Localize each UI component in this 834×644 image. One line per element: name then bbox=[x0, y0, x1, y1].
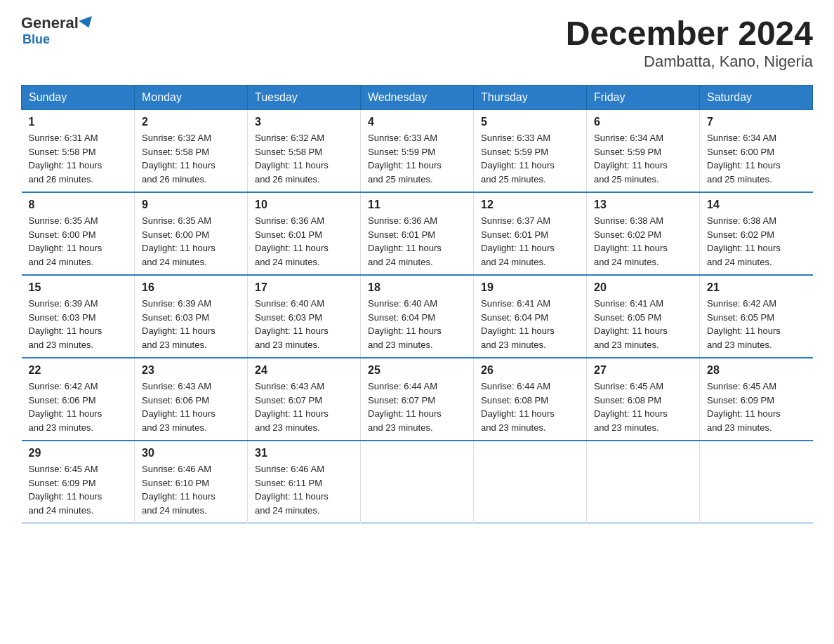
day-info: Sunrise: 6:33 AM Sunset: 5:59 PM Dayligh… bbox=[481, 131, 579, 186]
calendar-cell bbox=[361, 441, 474, 523]
calendar-cell: 23Sunrise: 6:43 AM Sunset: 6:06 PM Dayli… bbox=[135, 358, 248, 441]
day-number: 14 bbox=[707, 199, 806, 211]
calendar-cell: 12Sunrise: 6:37 AM Sunset: 6:01 PM Dayli… bbox=[474, 192, 587, 275]
day-number: 5 bbox=[481, 116, 579, 128]
day-number: 19 bbox=[481, 281, 579, 294]
calendar-cell: 5Sunrise: 6:33 AM Sunset: 5:59 PM Daylig… bbox=[474, 110, 587, 193]
header-day-wednesday: Wednesday bbox=[361, 86, 474, 110]
calendar-location: Dambatta, Kano, Nigeria bbox=[566, 53, 813, 71]
calendar-body: 1Sunrise: 6:31 AM Sunset: 5:58 PM Daylig… bbox=[22, 110, 813, 523]
day-number: 10 bbox=[255, 199, 353, 211]
day-info: Sunrise: 6:45 AM Sunset: 6:09 PM Dayligh… bbox=[29, 462, 128, 517]
day-number: 20 bbox=[594, 281, 692, 294]
day-info: Sunrise: 6:43 AM Sunset: 6:06 PM Dayligh… bbox=[142, 380, 240, 434]
header-day-saturday: Saturday bbox=[700, 86, 813, 110]
calendar-cell: 31Sunrise: 6:46 AM Sunset: 6:11 PM Dayli… bbox=[248, 441, 361, 523]
day-info: Sunrise: 6:42 AM Sunset: 6:05 PM Dayligh… bbox=[707, 297, 806, 351]
calendar-cell: 26Sunrise: 6:44 AM Sunset: 6:08 PM Dayli… bbox=[474, 358, 587, 441]
calendar-cell: 24Sunrise: 6:43 AM Sunset: 6:07 PM Dayli… bbox=[248, 358, 361, 441]
day-number: 15 bbox=[29, 281, 128, 294]
calendar-cell: 22Sunrise: 6:42 AM Sunset: 6:06 PM Dayli… bbox=[22, 358, 135, 441]
day-info: Sunrise: 6:35 AM Sunset: 6:00 PM Dayligh… bbox=[142, 214, 240, 269]
calendar-cell: 3Sunrise: 6:32 AM Sunset: 5:58 PM Daylig… bbox=[248, 110, 361, 193]
day-number: 22 bbox=[29, 364, 128, 377]
day-info: Sunrise: 6:36 AM Sunset: 6:01 PM Dayligh… bbox=[255, 214, 353, 269]
day-number: 17 bbox=[255, 281, 353, 294]
day-number: 18 bbox=[368, 281, 466, 294]
day-number: 16 bbox=[142, 281, 240, 294]
header-day-thursday: Thursday bbox=[474, 86, 587, 110]
day-number: 28 bbox=[707, 364, 806, 377]
day-number: 24 bbox=[255, 364, 353, 377]
calendar-cell: 10Sunrise: 6:36 AM Sunset: 6:01 PM Dayli… bbox=[248, 192, 361, 275]
day-number: 23 bbox=[142, 364, 240, 377]
day-info: Sunrise: 6:34 AM Sunset: 6:00 PM Dayligh… bbox=[707, 131, 806, 186]
day-number: 26 bbox=[481, 364, 579, 377]
header-day-friday: Friday bbox=[587, 86, 700, 110]
calendar-cell: 19Sunrise: 6:41 AM Sunset: 6:04 PM Dayli… bbox=[474, 275, 587, 358]
day-number: 12 bbox=[481, 199, 579, 211]
header-row: SundayMondayTuesdayWednesdayThursdayFrid… bbox=[22, 86, 813, 110]
day-number: 11 bbox=[368, 199, 466, 211]
day-number: 9 bbox=[142, 199, 240, 211]
day-number: 25 bbox=[368, 364, 466, 377]
day-info: Sunrise: 6:41 AM Sunset: 6:05 PM Dayligh… bbox=[594, 297, 692, 351]
calendar-cell: 9Sunrise: 6:35 AM Sunset: 6:00 PM Daylig… bbox=[135, 192, 248, 275]
logo-subtitle: Blue bbox=[22, 32, 50, 47]
calendar-cell: 11Sunrise: 6:36 AM Sunset: 6:01 PM Dayli… bbox=[361, 192, 474, 275]
day-number: 13 bbox=[594, 199, 692, 211]
day-info: Sunrise: 6:41 AM Sunset: 6:04 PM Dayligh… bbox=[481, 297, 579, 351]
calendar-week-4: 22Sunrise: 6:42 AM Sunset: 6:06 PM Dayli… bbox=[22, 358, 813, 441]
day-info: Sunrise: 6:35 AM Sunset: 6:00 PM Dayligh… bbox=[29, 214, 128, 269]
day-info: Sunrise: 6:39 AM Sunset: 6:03 PM Dayligh… bbox=[142, 297, 240, 351]
day-number: 29 bbox=[29, 447, 128, 459]
header-day-sunday: Sunday bbox=[22, 86, 135, 110]
calendar-cell: 21Sunrise: 6:42 AM Sunset: 6:05 PM Dayli… bbox=[700, 275, 813, 358]
calendar-cell: 6Sunrise: 6:34 AM Sunset: 5:59 PM Daylig… bbox=[587, 110, 700, 193]
day-info: Sunrise: 6:36 AM Sunset: 6:01 PM Dayligh… bbox=[368, 214, 466, 269]
day-number: 2 bbox=[142, 116, 240, 128]
day-info: Sunrise: 6:44 AM Sunset: 6:07 PM Dayligh… bbox=[368, 380, 466, 434]
calendar-cell: 27Sunrise: 6:45 AM Sunset: 6:08 PM Dayli… bbox=[587, 358, 700, 441]
calendar-cell: 29Sunrise: 6:45 AM Sunset: 6:09 PM Dayli… bbox=[22, 441, 135, 523]
calendar-cell: 20Sunrise: 6:41 AM Sunset: 6:05 PM Dayli… bbox=[587, 275, 700, 358]
page-header: General Blue December 2024 Dambatta, Kan… bbox=[21, 14, 813, 71]
calendar-week-3: 15Sunrise: 6:39 AM Sunset: 6:03 PM Dayli… bbox=[22, 275, 813, 358]
day-info: Sunrise: 6:34 AM Sunset: 5:59 PM Dayligh… bbox=[594, 131, 692, 186]
calendar-cell: 8Sunrise: 6:35 AM Sunset: 6:00 PM Daylig… bbox=[22, 192, 135, 275]
day-info: Sunrise: 6:46 AM Sunset: 6:10 PM Dayligh… bbox=[142, 462, 240, 517]
calendar-cell: 25Sunrise: 6:44 AM Sunset: 6:07 PM Dayli… bbox=[361, 358, 474, 441]
calendar-title: December 2024 bbox=[566, 14, 813, 53]
day-info: Sunrise: 6:31 AM Sunset: 5:58 PM Dayligh… bbox=[29, 131, 128, 186]
calendar-cell: 1Sunrise: 6:31 AM Sunset: 5:58 PM Daylig… bbox=[22, 110, 135, 193]
day-info: Sunrise: 6:32 AM Sunset: 5:58 PM Dayligh… bbox=[142, 131, 240, 186]
calendar-table: SundayMondayTuesdayWednesdayThursdayFrid… bbox=[21, 85, 813, 523]
calendar-header: SundayMondayTuesdayWednesdayThursdayFrid… bbox=[22, 86, 813, 110]
day-info: Sunrise: 6:32 AM Sunset: 5:58 PM Dayligh… bbox=[255, 131, 353, 186]
calendar-cell bbox=[587, 441, 700, 523]
calendar-cell: 2Sunrise: 6:32 AM Sunset: 5:58 PM Daylig… bbox=[135, 110, 248, 193]
calendar-cell: 28Sunrise: 6:45 AM Sunset: 6:09 PM Dayli… bbox=[700, 358, 813, 441]
day-number: 31 bbox=[255, 447, 353, 459]
day-info: Sunrise: 6:38 AM Sunset: 6:02 PM Dayligh… bbox=[707, 214, 806, 269]
day-info: Sunrise: 6:46 AM Sunset: 6:11 PM Dayligh… bbox=[255, 462, 353, 517]
logo-triangle-icon bbox=[79, 16, 95, 30]
day-number: 21 bbox=[707, 281, 806, 294]
title-block: December 2024 Dambatta, Kano, Nigeria bbox=[566, 14, 813, 71]
day-info: Sunrise: 6:33 AM Sunset: 5:59 PM Dayligh… bbox=[368, 131, 466, 186]
calendar-cell: 7Sunrise: 6:34 AM Sunset: 6:00 PM Daylig… bbox=[700, 110, 813, 193]
day-number: 30 bbox=[142, 447, 240, 459]
day-info: Sunrise: 6:39 AM Sunset: 6:03 PM Dayligh… bbox=[29, 297, 128, 351]
day-number: 6 bbox=[594, 116, 692, 128]
calendar-cell: 14Sunrise: 6:38 AM Sunset: 6:02 PM Dayli… bbox=[700, 192, 813, 275]
day-info: Sunrise: 6:37 AM Sunset: 6:01 PM Dayligh… bbox=[481, 214, 579, 269]
day-info: Sunrise: 6:40 AM Sunset: 6:04 PM Dayligh… bbox=[368, 297, 466, 351]
logo: General Blue bbox=[21, 14, 95, 47]
day-info: Sunrise: 6:42 AM Sunset: 6:06 PM Dayligh… bbox=[29, 380, 128, 434]
calendar-week-2: 8Sunrise: 6:35 AM Sunset: 6:00 PM Daylig… bbox=[22, 192, 813, 275]
calendar-cell: 13Sunrise: 6:38 AM Sunset: 6:02 PM Dayli… bbox=[587, 192, 700, 275]
calendar-cell: 4Sunrise: 6:33 AM Sunset: 5:59 PM Daylig… bbox=[361, 110, 474, 193]
day-info: Sunrise: 6:40 AM Sunset: 6:03 PM Dayligh… bbox=[255, 297, 353, 351]
day-number: 3 bbox=[255, 116, 353, 128]
day-info: Sunrise: 6:43 AM Sunset: 6:07 PM Dayligh… bbox=[255, 380, 353, 434]
